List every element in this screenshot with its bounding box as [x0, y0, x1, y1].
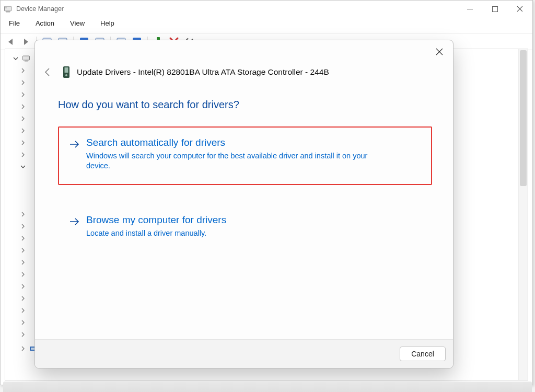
window-title: Device Manager [16, 5, 457, 13]
dialog-header: Update Drivers - Intel(R) 82801BA Ultra … [35, 64, 453, 80]
expand-icon[interactable] [19, 126, 27, 135]
taskbar-shadow [3, 382, 532, 392]
update-drivers-dialog: Update Drivers - Intel(R) 82801BA Ultra … [34, 40, 453, 368]
expand-icon[interactable] [19, 222, 27, 230]
option-description: Windows will search your computer for th… [86, 151, 368, 171]
computer-icon [22, 54, 30, 63]
dialog-titlebar [35, 40, 453, 66]
dialog-close-button[interactable] [429, 43, 450, 60]
expand-icon[interactable] [19, 282, 27, 291]
dialog-title: Update Drivers - Intel(R) 82801BA Ultra … [77, 67, 329, 77]
expand-icon[interactable] [19, 294, 27, 303]
menu-view[interactable]: View [67, 18, 88, 31]
svg-rect-16 [25, 61, 28, 62]
expand-icon[interactable] [19, 114, 27, 123]
menu-help[interactable]: Help [97, 18, 118, 31]
expand-icon[interactable] [19, 151, 27, 159]
collapse-icon[interactable] [19, 163, 27, 171]
svg-rect-3 [467, 9, 473, 9]
expand-icon[interactable] [19, 102, 27, 111]
expand-icon[interactable] [19, 78, 27, 87]
expand-icon[interactable] [19, 210, 27, 218]
minimize-button[interactable] [457, 1, 482, 17]
svg-rect-1 [6, 11, 10, 13]
svg-rect-0 [5, 6, 11, 11]
maximize-button[interactable] [482, 1, 507, 17]
expand-icon[interactable] [19, 66, 27, 75]
app-icon [4, 5, 12, 13]
menu-action[interactable]: Action [32, 18, 57, 31]
back-button[interactable] [40, 64, 56, 80]
expand-icon[interactable] [19, 344, 27, 353]
dialog-body: How do you want to search for drivers? S… [35, 80, 453, 339]
expand-icon[interactable] [19, 234, 27, 243]
dialog-footer: Cancel [35, 339, 453, 368]
expand-icon[interactable] [19, 246, 27, 255]
option-browse-computer[interactable]: Browse my computer for drivers Locate an… [58, 204, 432, 252]
option-description: Locate and install a driver manually. [86, 228, 226, 239]
expand-icon[interactable] [19, 270, 27, 279]
nav-forward-icon[interactable] [19, 36, 33, 48]
dialog-question: How do you want to search for drivers? [58, 99, 432, 111]
expand-icon[interactable] [19, 330, 27, 339]
nav-back-icon[interactable] [5, 36, 18, 48]
svg-rect-4 [492, 6, 497, 11]
svg-rect-15 [23, 56, 30, 60]
option-search-automatically[interactable]: Search automatically for drivers Windows… [58, 126, 432, 185]
svg-point-2 [6, 7, 7, 8]
cancel-button[interactable]: Cancel [400, 347, 446, 361]
close-button[interactable] [507, 1, 532, 17]
svg-rect-20 [65, 67, 68, 73]
arrow-right-icon [68, 215, 81, 230]
expand-icon[interactable] [19, 306, 27, 315]
menu-file[interactable]: File [6, 18, 23, 31]
expand-icon[interactable] [19, 90, 27, 99]
expand-icon[interactable] [19, 318, 27, 327]
svg-point-21 [65, 74, 67, 76]
menu-bar: File Action View Help [1, 17, 532, 33]
expand-icon[interactable] [19, 258, 27, 267]
expand-icon[interactable] [19, 139, 27, 147]
title-bar: Device Manager [1, 1, 532, 17]
vertical-scrollbar[interactable] [518, 49, 528, 380]
collapse-icon[interactable] [11, 54, 20, 63]
option-title: Search automatically for drivers [86, 137, 368, 149]
option-title: Browse my computer for drivers [86, 214, 226, 226]
device-icon [61, 66, 72, 78]
arrow-right-icon [68, 138, 81, 153]
scrollbar-thumb[interactable] [520, 50, 527, 186]
